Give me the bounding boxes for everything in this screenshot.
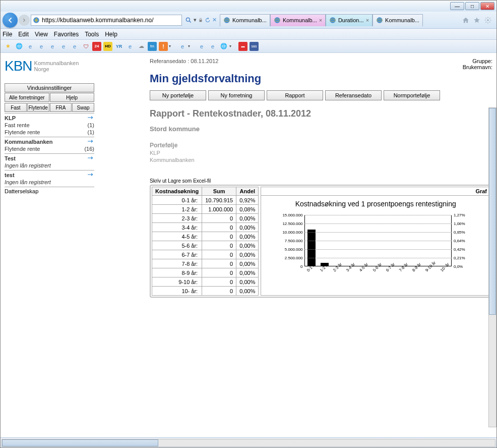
ie-icon[interactable]: e [70,42,79,51]
forward-button[interactable] [19,15,30,26]
browser-tab[interactable]: Kommunalb...× [270,14,326,26]
logo-text: KBN [5,58,32,74]
table-row: 7-8 år:00,00% [152,259,259,268]
window-settings-button[interactable]: Vindusinnstillinger [5,83,94,92]
menu-tools[interactable]: Tools [85,31,99,38]
sidebar-row[interactable]: Fast rente(1) [5,122,94,129]
dropdown-icon[interactable]: ▾ [194,17,197,23]
dropdown-icon[interactable]: ▾ [169,44,171,48]
window-minimize-button[interactable]: — [450,2,464,10]
ie-icon[interactable]: e [197,42,206,51]
address-bar[interactable]: https://kbutlaanweb.kommunalbanken.no/ [31,15,182,26]
browser-tab[interactable]: Duration...× [326,14,372,26]
yr-icon[interactable]: YR [114,42,123,51]
table-row: 10- år:00,00% [152,287,259,296]
y-tick-right: 0,42% [454,247,473,251]
globe-icon[interactable]: 🌐 [219,42,228,51]
table-row: 6-7 år:00,00% [152,250,259,259]
finn-icon[interactable]: fm [148,42,157,51]
browser-tab[interactable]: Kommunalb... [220,14,270,26]
y-tick-right: 0,21% [454,256,473,260]
refresh-icon[interactable] [205,17,211,23]
y-tick-right: 1,06% [454,221,473,226]
ie-icon[interactable]: e [48,42,57,51]
ie-icon[interactable]: e [26,42,35,51]
logo-subtitle: Kommunalbanken [34,60,79,66]
sidebar-section-header[interactable]: test [5,172,94,179]
help-button[interactable]: Hjelp [50,93,95,102]
logo: KBN Kommunalbanken Norge [5,58,94,74]
menu-favorites[interactable]: Favorites [54,31,79,38]
sidebar-section-header[interactable]: Kommunalbanken [5,138,94,145]
y-tick: 7.500.000 [279,239,302,243]
stop-icon[interactable]: ✕ [212,17,217,23]
globe-icon[interactable]: 🌐 [15,42,24,51]
shield-icon[interactable]: 🛡 [81,42,90,51]
search-icon[interactable] [185,17,192,24]
all-businesses-button[interactable]: Alle forretninger [5,93,49,102]
sidebar-row[interactable]: Ingen lån registrert [5,162,94,169]
table-row: 2-3 år:00,00% [152,214,259,223]
menu-edit[interactable]: Edit [18,31,29,38]
menu-help[interactable]: Help [105,31,117,38]
sidebar-section-header[interactable]: KLP [5,115,94,122]
status-bar [1,437,496,447]
orange-icon[interactable]: ! [159,42,168,51]
username-label: Brukernavn: [463,64,492,70]
svg-point-3 [224,17,230,23]
vertical-scrollbar[interactable] [488,107,496,427]
svg-point-9 [377,17,383,23]
fav-star-add-icon[interactable]: ★ [4,42,13,51]
filter-fra[interactable]: FRA [50,103,72,112]
table-row: 3-4 år:00,00% [152,223,259,232]
dropdown-icon[interactable]: ▾ [188,44,190,48]
filter-fast[interactable]: Fast [5,103,27,112]
sas-icon[interactable]: sas [250,42,259,51]
tools-icon[interactable] [484,17,491,24]
table-header: Kostnadsøkning [152,187,202,196]
svg-rect-2 [200,20,202,22]
reference-date: Referansedato : 08.11.2012 [150,58,218,64]
ie-icon[interactable]: e [208,42,217,51]
sidebar-row[interactable]: Flytende rente(16) [5,145,94,152]
ie-icon[interactable]: e [37,42,46,51]
main-tab[interactable]: Ny forretning [208,90,265,100]
portfolio-item: Kommunalbanken [150,157,492,163]
svg-point-1 [186,18,190,21]
back-button[interactable] [3,13,18,28]
ie-icon[interactable]: e [59,42,68,51]
svg-point-7 [330,17,336,23]
red-tag-icon[interactable]: ▬ [238,42,247,51]
sidebar-section-header[interactable]: Test [5,155,94,162]
main-tab[interactable]: Ny portefølje [150,90,206,100]
y-tick-right: 1,27% [454,213,473,217]
yellow-hd-icon[interactable]: HD [103,42,112,51]
sidebar-row[interactable]: Ingen lån registrert [5,179,94,186]
menu-view[interactable]: View [35,31,48,38]
menu-file[interactable]: File [3,31,12,38]
horizontal-scrollbar[interactable] [2,439,495,447]
main-tab[interactable]: Referansedato [325,90,382,100]
browser-tab[interactable]: Kommunalb... [372,14,423,26]
favorites-icon[interactable] [473,17,480,24]
home-icon[interactable] [462,17,469,24]
browser-tabs: Kommunalb...Kommunalb...×Duration...×Kom… [220,14,458,26]
dropdown-icon[interactable]: ▾ [229,44,231,48]
ie-icon[interactable]: e [178,42,187,51]
filter-swap[interactable]: Swap [72,103,94,112]
print-link[interactable]: Skriv ut [150,178,166,184]
table-row: 0-1 år:10.790.9150,92% [152,196,259,205]
report-title: Rapport - Rentekostnader, 08.11.2012 [150,108,492,119]
main-tab[interactable]: Rapport [267,90,323,100]
cloud-icon[interactable]: ☁ [137,42,146,51]
filter-flytende[interactable]: Flytende [27,103,49,112]
red-24-icon[interactable]: 24 [92,42,101,51]
main-tab[interactable]: Normportefølje [384,90,440,100]
ie-icon[interactable]: e [126,42,135,51]
y-tick: 15.000.000 [279,213,302,217]
excel-link[interactable]: Lagre som Excel-fil [168,178,211,184]
sidebar-row[interactable]: Flytende rente(1) [5,129,94,136]
window-maximize-button[interactable]: □ [465,2,479,10]
window-close-button[interactable]: ✕ [480,2,494,10]
logo-subtitle: Norge [34,66,79,72]
